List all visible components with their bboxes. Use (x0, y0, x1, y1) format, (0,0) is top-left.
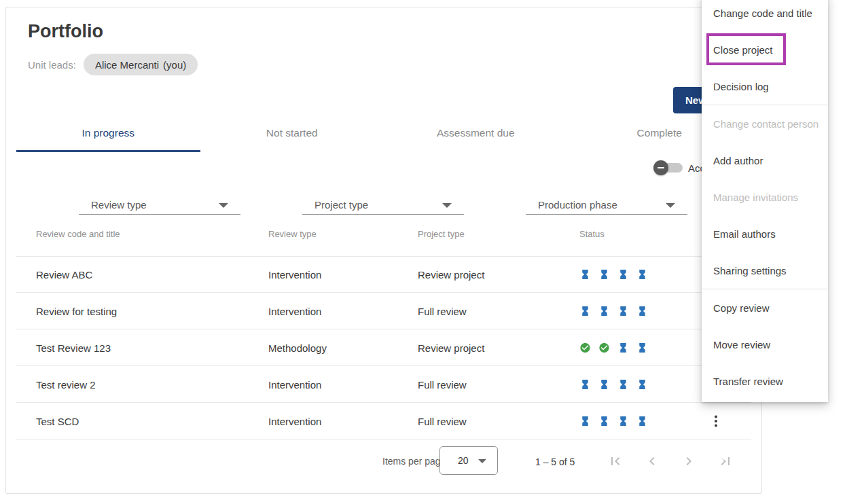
unit-leads-row: Unit leads: Alice Mercanti (you) (28, 54, 198, 75)
last-page-icon (717, 453, 734, 469)
cell-project-type: Full review (418, 378, 467, 390)
menu-item-label: Decision log (713, 81, 769, 92)
filter-select-review-type[interactable]: Review type (79, 196, 240, 215)
menu-item-sharing-settings[interactable]: Sharing settings (702, 252, 828, 289)
tab-label: Not started (266, 127, 318, 139)
cell-review-code-and-title[interactable]: Test Review 123 (36, 342, 111, 353)
menu-item-label: Transfer review (713, 376, 783, 387)
status-in-progress-icon (636, 415, 648, 427)
page-size-value: 20 (458, 455, 469, 466)
status-in-progress-icon (579, 378, 591, 390)
table-row: Review for testingInterventionFull revie… (16, 293, 751, 329)
status-in-progress-icon (617, 378, 629, 390)
status-in-progress-icon (598, 268, 610, 280)
tab-in-progress[interactable]: In progress (16, 116, 200, 152)
table-row: Test review 2InterventionFull review (16, 366, 751, 403)
status-in-progress-icon (598, 378, 610, 390)
next-page-button[interactable] (681, 453, 697, 469)
status-complete-icon (598, 342, 610, 353)
filter-label: Review type (79, 199, 147, 211)
menu-item-transfer-review[interactable]: Transfer review (702, 363, 828, 399)
menu-item-label: Change contact person (713, 118, 818, 130)
column-header-status: Status (579, 229, 605, 239)
portfolio-card: Portfolio Unit leads: Alice Mercanti (yo… (5, 7, 762, 494)
cell-review-code-and-title[interactable]: Test review 2 (36, 378, 96, 390)
chevron-right-icon (681, 453, 697, 469)
unit-lead-you-suffix: (you) (163, 59, 186, 71)
tab-label: Complete (637, 127, 682, 139)
minus-icon (658, 167, 664, 168)
tab-label: Assessment due (437, 127, 515, 139)
cell-review-code-and-title[interactable]: Review ABC (36, 268, 92, 280)
menu-item-label: Manage invitations (713, 192, 798, 203)
status-in-progress-icon (636, 268, 648, 280)
tab-not-started[interactable]: Not started (200, 116, 384, 152)
status-in-progress-icon (598, 305, 610, 317)
cell-status (579, 342, 648, 353)
tab-bar: In progressNot startedAssessment dueComp… (16, 116, 751, 152)
column-header-review-code-and-title: Review code and title (36, 229, 120, 239)
menu-item-copy-review[interactable]: Copy review (702, 289, 828, 326)
filter-label: Project type (302, 199, 368, 211)
status-in-progress-icon (636, 342, 648, 353)
menu-item-add-author[interactable]: Add author (702, 142, 828, 179)
cell-project-type: Full review (418, 305, 467, 317)
page-title: Portfolio (28, 21, 103, 42)
caret-down-icon (442, 203, 452, 208)
status-in-progress-icon (598, 415, 610, 427)
table-row: Review ABCInterventionReview project (16, 256, 751, 293)
last-page-button[interactable] (717, 453, 734, 469)
tab-label: In progress (82, 127, 134, 139)
cell-review-code-and-title[interactable]: Test SCD (36, 415, 79, 427)
menu-item-decision-log[interactable]: Decision log (702, 68, 828, 105)
unit-lead-chip[interactable]: Alice Mercanti (you) (84, 54, 198, 75)
tab-assessment-due[interactable]: Assessment due (384, 116, 568, 152)
menu-item-email-authors[interactable]: Email authors (702, 215, 828, 252)
cell-status (579, 378, 648, 390)
access-toggle[interactable] (653, 160, 683, 175)
menu-item-label: Sharing settings (713, 265, 787, 276)
cell-review-code-and-title[interactable]: Review for testing (36, 305, 117, 317)
status-in-progress-icon (617, 415, 629, 427)
status-in-progress-icon (579, 268, 591, 280)
filter-select-production-phase[interactable]: Production phase (526, 196, 687, 215)
page-size-select[interactable]: 20 (439, 446, 498, 475)
menu-item-manage-invitations: Manage invitations (702, 179, 828, 215)
status-complete-icon (579, 342, 591, 353)
menu-item-label: Add author (713, 155, 763, 166)
menu-item-label: Move review (713, 339, 770, 350)
status-in-progress-icon (579, 305, 591, 317)
cell-status (579, 305, 648, 317)
status-in-progress-icon (617, 305, 629, 317)
menu-item-label: Email authors (713, 228, 776, 240)
first-page-icon (607, 453, 624, 469)
context-menu: Change code and titleClose projectDecisi… (702, 0, 828, 402)
cell-project-type: Review project (418, 342, 484, 353)
caret-down-icon (219, 203, 228, 208)
menu-item-label: Copy review (713, 302, 770, 314)
status-in-progress-icon (617, 342, 629, 353)
table-row: Test Review 123MethodologyReview project (16, 329, 751, 366)
chevron-left-icon (644, 453, 660, 469)
toggle-thumb (653, 160, 668, 175)
menu-item-move-review[interactable]: Move review (702, 326, 828, 363)
column-header-project-type: Project type (418, 229, 465, 239)
first-page-button[interactable] (607, 453, 624, 469)
filter-select-project-type[interactable]: Project type (302, 196, 464, 215)
previous-page-button[interactable] (644, 453, 660, 469)
filter-label: Production phase (526, 199, 617, 211)
menu-item-label: Close project (713, 44, 773, 56)
caret-down-icon (666, 203, 675, 208)
cell-review-type: Intervention (268, 268, 321, 280)
status-in-progress-icon (579, 415, 591, 427)
unit-lead-name: Alice Mercanti (95, 59, 159, 71)
cell-review-type: Intervention (268, 415, 321, 427)
status-in-progress-icon (636, 378, 648, 390)
cell-status (579, 415, 648, 427)
menu-item-change-code-and-title[interactable]: Change code and title (702, 0, 828, 31)
menu-item-close-project[interactable]: Close project (702, 31, 828, 68)
cell-review-type: Intervention (268, 378, 321, 390)
menu-item-change-contact-person: Change contact person (702, 105, 828, 142)
caret-down-icon (478, 459, 486, 463)
row-actions-kebab-button[interactable] (708, 413, 724, 429)
